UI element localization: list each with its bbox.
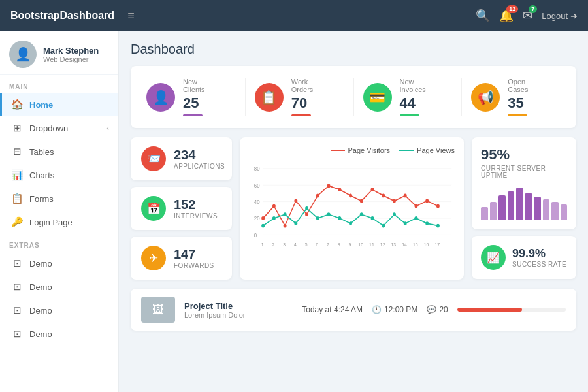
svg-point-16 [327, 184, 331, 188]
menu-toggle-icon[interactable]: ≡ [127, 9, 135, 23]
page-title: Dashboard [131, 42, 576, 57]
svg-point-13 [294, 199, 297, 203]
new-clients-icon: 👤 [146, 83, 175, 112]
svg-text:4: 4 [294, 241, 297, 248]
open-cases-info: OpenCases 35 [508, 78, 528, 116]
open-cases-icon: 📢 [471, 83, 500, 112]
forms-icon: 📋 [11, 193, 23, 204]
svg-text:12: 12 [380, 241, 385, 248]
progress-bar-fill [457, 308, 523, 312]
clock-icon: 🕛 [372, 305, 382, 314]
logout-button[interactable]: Logout ➜ [542, 11, 578, 21]
svg-text:15: 15 [413, 241, 418, 248]
brand-name: BootstrapDashboard [10, 10, 114, 22]
stat-card-new-clients: 👤 NewClients 25 [137, 78, 246, 116]
svg-text:60: 60 [254, 182, 260, 189]
sidebar-item-login[interactable]: 🔑 Login Page [0, 210, 118, 234]
login-icon: 🔑 [11, 216, 23, 228]
demo2-icon: ⊡ [11, 281, 23, 293]
svg-text:17: 17 [434, 241, 440, 248]
user-name: Mark Stephen [43, 46, 99, 56]
sidebar-item-demo3-label: Demo [29, 306, 52, 316]
mini-card-applications: 📨 234 APPLICATIONS [131, 137, 232, 180]
demo4-icon: ⊡ [11, 328, 23, 340]
sidebar-item-demo-3[interactable]: ⊡ Demo [0, 299, 118, 322]
section-main-label: MAIN [0, 75, 118, 93]
svg-point-32 [316, 216, 319, 220]
svg-text:6: 6 [316, 241, 318, 248]
sidebar-item-demo-4[interactable]: ⊡ Demo [0, 322, 118, 346]
project-progress [457, 308, 566, 312]
svg-point-33 [327, 212, 331, 216]
line-chart-card: Page Visitors Page Views 80 60 40 20 0 [240, 137, 464, 280]
legend-views-label: Page Views [417, 146, 455, 154]
svg-text:9: 9 [349, 241, 351, 248]
interviews-value: 152 [174, 197, 218, 212]
project-meta: Today at 4:24 AM 🕛 12:00 PM 💬 20 [302, 305, 448, 314]
work-orders-info: WorkOrders 70 [291, 78, 314, 116]
sidebar-item-tables[interactable]: ⊟ Tables [0, 140, 118, 163]
new-invoices-icon: 💳 [363, 83, 392, 112]
success-rate-value: 99.9% [512, 247, 566, 261]
forwards-label: FORWARDS [174, 262, 214, 269]
svg-point-30 [294, 221, 297, 225]
bar-3 [498, 195, 506, 220]
line-chart-svg: 80 60 40 20 0 [249, 159, 455, 257]
svg-point-19 [360, 199, 363, 203]
svg-point-23 [404, 194, 407, 198]
sidebar-item-dropdown[interactable]: ⊞ Dropdown ‹ [0, 116, 118, 140]
charts-icon: 📊 [11, 169, 23, 181]
sidebar-item-login-label: Login Page [29, 218, 73, 227]
new-clients-info: NewClients 25 [183, 78, 205, 116]
open-cases-label: OpenCases [508, 78, 528, 93]
svg-point-29 [284, 212, 287, 216]
svg-point-18 [349, 194, 352, 198]
mini-card-interviews: 📅 152 INTERVIEWS [131, 187, 232, 230]
comment-icon: 💬 [427, 305, 436, 314]
svg-point-36 [360, 212, 363, 216]
applications-label: APPLICATIONS [174, 163, 225, 170]
middle-row: 📨 234 APPLICATIONS 📅 152 INTERVIEWS ✈ [131, 137, 576, 280]
home-icon: 🏠 [11, 99, 23, 110]
sidebar-item-demo-2[interactable]: ⊡ Demo [0, 275, 118, 299]
forwards-icon: ✈ [141, 246, 166, 270]
svg-point-12 [284, 224, 287, 228]
sidebar-item-forms[interactable]: 📋 Forms [0, 187, 118, 210]
stat-card-work-orders: 📋 WorkOrders 70 [246, 78, 354, 116]
svg-text:11: 11 [369, 241, 374, 248]
bar-4 [508, 191, 515, 220]
logout-label: Logout [542, 11, 568, 21]
svg-point-25 [425, 199, 429, 203]
success-rate-icon: 📈 [481, 245, 506, 270]
dropdown-icon: ⊞ [11, 122, 23, 134]
interviews-info: 152 INTERVIEWS [174, 197, 218, 220]
mail-icon-button[interactable]: ✉ 7 [523, 8, 532, 23]
sidebar-item-charts[interactable]: 📊 Charts [0, 163, 118, 187]
comments-value: 20 [439, 305, 448, 314]
svg-text:7: 7 [327, 241, 329, 248]
stat-card-open-cases: 📢 OpenCases 35 [462, 78, 570, 116]
svg-text:80: 80 [254, 165, 260, 172]
sidebar-item-demo4-label: Demo [29, 329, 52, 339]
new-invoices-value: 44 [400, 95, 426, 112]
svg-text:13: 13 [391, 241, 397, 248]
stat-card-new-invoices: 💳 NewInvoices 44 [354, 78, 463, 116]
schedule-value: 12:00 PM [384, 305, 417, 314]
legend-visitors-label: Page Visitors [348, 146, 391, 154]
sidebar-item-home[interactable]: 🏠 Home [0, 93, 118, 116]
svg-point-37 [371, 216, 374, 220]
svg-point-15 [316, 194, 319, 198]
svg-point-21 [382, 194, 385, 198]
demo1-icon: ⊡ [11, 257, 23, 269]
notifications-icon-button[interactable]: 🔔 12 [499, 8, 514, 23]
search-icon-button[interactable]: 🔍 [476, 8, 490, 23]
svg-point-26 [436, 204, 440, 208]
bar-6 [525, 193, 532, 220]
project-subtitle: Lorem Ipsum Dolor [184, 311, 293, 319]
section-extras-label: EXTRAS [0, 234, 118, 252]
project-thumbnail: 🖼 [141, 297, 175, 323]
time-label: Today at 4:24 AM [302, 305, 363, 314]
server-bar-chart [481, 184, 567, 220]
project-schedule: 🕛 12:00 PM [372, 305, 417, 314]
sidebar-item-demo-1[interactable]: ⊡ Demo [0, 252, 118, 275]
